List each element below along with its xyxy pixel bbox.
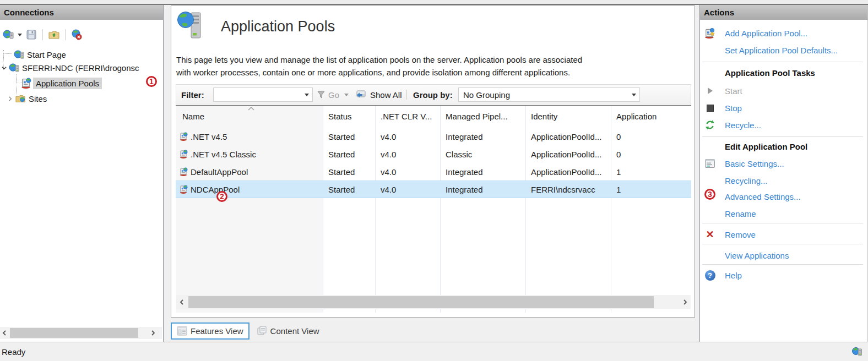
save-connection-button[interactable] [24, 28, 39, 42]
table-row[interactable]: .NET v4.5 Classic Started v4.0 Classic A… [176, 145, 691, 163]
tree-item-application-pools[interactable]: Application Pools [20, 76, 102, 90]
application-pools-list: Name Status .NET CLR V... Managed Pipel.… [176, 105, 691, 313]
delete-connection-icon [71, 29, 82, 40]
chevron-expanded-icon[interactable] [1, 65, 7, 71]
app-pool-icon [179, 150, 188, 158]
action-help[interactable]: Help [700, 269, 867, 281]
actions-divider [702, 244, 863, 244]
show-all-button[interactable]: Show All [355, 85, 402, 105]
add-application-pool-icon [704, 28, 715, 39]
view-tabs: Features View Content View [171, 321, 324, 340]
go-dropdown-caret[interactable] [344, 94, 349, 96]
tree-item-server[interactable]: SFERRI-NDC (FERRI\drogonsc [1, 62, 139, 74]
show-all-label: Show All [370, 90, 402, 100]
pool-pipeline: Classic [440, 145, 525, 163]
action-recycle[interactable]: Recycle... [700, 119, 867, 131]
pool-apps: 1 [611, 181, 691, 198]
pool-name: .NET v4.5 [191, 132, 227, 141]
remove-icon [706, 228, 714, 240]
application-pools-icon [20, 78, 31, 89]
group-by-caret[interactable] [632, 94, 636, 96]
action-start: Start [700, 85, 867, 97]
filter-funnel-icon [317, 90, 326, 99]
tab-content-view[interactable]: Content View [252, 322, 324, 340]
pool-pipeline: Integrated [440, 163, 525, 180]
description-line1: This page lets you view and manage the l… [176, 53, 582, 66]
tab-label: Features View [191, 326, 243, 336]
description-line2: with worker processes, contain one or mo… [176, 66, 582, 79]
scroll-left-arrow[interactable] [0, 327, 9, 339]
pool-apps: 0 [611, 145, 691, 163]
create-connection-button[interactable] [1, 28, 15, 42]
group-by-label: Group by: [413, 85, 453, 105]
action-rename[interactable]: Rename [700, 207, 867, 220]
action-remove[interactable]: Remove [700, 228, 867, 240]
content-view-icon [257, 326, 267, 336]
iis-manager-window: Connections [0, 0, 868, 361]
delete-connection-button[interactable] [69, 28, 84, 42]
status-server-icon [851, 346, 862, 359]
tree-item-sites[interactable]: Sites [7, 92, 47, 105]
pool-name: DefaultAppPool [191, 167, 248, 177]
features-view-icon [177, 326, 187, 336]
group-by-select[interactable]: No Grouping [458, 87, 640, 102]
column-header-applications[interactable]: Application [611, 106, 691, 127]
application-pools-page-icon [177, 10, 203, 41]
column-header-pipeline[interactable]: Managed Pipel... [440, 106, 525, 127]
annotation-step-3: 3 [704, 189, 715, 200]
column-header-status[interactable]: Status [323, 106, 375, 127]
sort-ascending-icon [247, 107, 255, 111]
annotation-number: 2 [220, 193, 224, 200]
tab-label: Content View [270, 326, 319, 336]
center-area: Application Pools This page lets you vie… [164, 5, 699, 342]
action-recycling[interactable]: Recycling... [700, 174, 867, 187]
action-advanced-settings[interactable]: Advanced Settings... [700, 190, 867, 203]
scroll-right-arrow[interactable] [681, 295, 690, 309]
filter-input[interactable] [213, 87, 313, 102]
up-level-button[interactable] [47, 28, 61, 42]
filter-dropdown-caret[interactable] [305, 94, 309, 96]
actions-panel: Actions Add Application Pool... Set Appl… [699, 5, 868, 342]
tab-features-view[interactable]: Features View [171, 322, 249, 340]
scroll-right-arrow[interactable] [149, 327, 158, 339]
connections-horizontal-scrollbar[interactable] [0, 327, 162, 339]
list-horizontal-scrollbar[interactable] [176, 295, 691, 309]
tree-item-start-page[interactable]: Start Page [14, 48, 66, 61]
connect-dropdown-caret[interactable] [18, 34, 22, 36]
chevron-collapsed-icon[interactable] [7, 96, 13, 102]
actions-section-tasks: Application Pool Tasks [700, 67, 867, 79]
annotation-step-2: 2 [216, 191, 227, 202]
scroll-left-arrow[interactable] [177, 295, 186, 309]
app-pool-icon [179, 185, 188, 194]
page-description: This page lets you view and manage the l… [176, 53, 582, 79]
column-header-identity[interactable]: Identity [525, 106, 611, 127]
filter-label: Filter: [181, 85, 204, 105]
connections-title: Connections [4, 8, 54, 17]
scrollbar-thumb[interactable] [10, 328, 138, 338]
table-row[interactable]: .NET v4.5 Started v4.0 Integrated Applic… [176, 128, 691, 145]
pool-apps: 1 [611, 163, 691, 180]
pool-status: Started [323, 181, 375, 198]
connections-toolbar [1, 27, 161, 42]
pool-clr: v4.0 [375, 163, 440, 180]
pool-identity: ApplicationPoolId... [525, 145, 611, 163]
action-set-application-pool-defaults[interactable]: Set Application Pool Defaults... [700, 44, 867, 56]
show-all-icon [355, 90, 367, 100]
action-view-applications[interactable]: View Applications [700, 249, 867, 261]
actions-title: Actions [704, 8, 734, 17]
actions-header: Actions [700, 5, 867, 20]
pool-pipeline: Integrated [440, 181, 525, 198]
actions-section-edit: Edit Application Pool [700, 140, 867, 152]
server-icon [9, 63, 19, 73]
action-basic-settings[interactable]: Basic Settings... [700, 157, 867, 169]
status-bar: Ready [0, 342, 868, 361]
action-stop[interactable]: Stop [700, 102, 867, 114]
column-header-clr-version[interactable]: .NET CLR V... [375, 106, 440, 127]
action-add-application-pool[interactable]: Add Application Pool... [700, 27, 867, 39]
table-row[interactable]: DefaultAppPool Started v4.0 Integrated A… [176, 163, 691, 180]
table-row-selected[interactable]: NDCAppPool Started v4.0 Integrated FERRI… [176, 180, 691, 198]
scrollbar-thumb[interactable] [188, 296, 654, 308]
go-button[interactable]: Go [317, 85, 349, 105]
actions-divider [702, 62, 863, 62]
status-text: Ready [2, 347, 25, 357]
